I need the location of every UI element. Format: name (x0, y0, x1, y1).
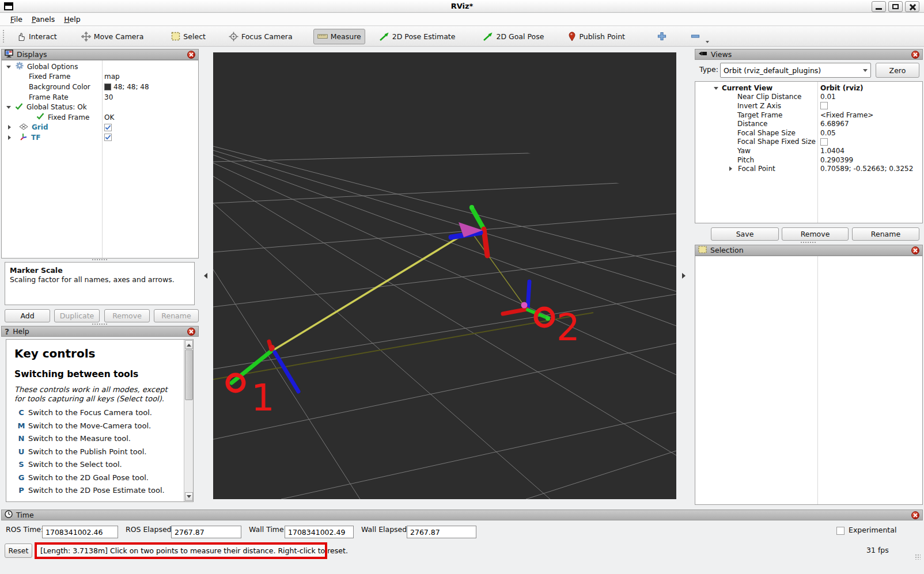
remove-display-button[interactable]: Remove (104, 309, 150, 322)
views-panel-header[interactable]: Views (695, 49, 923, 60)
experimental-label: Experimental (849, 526, 896, 534)
property-value[interactable]: 30 (104, 93, 113, 101)
tool-interact[interactable]: Interact (13, 29, 60, 44)
menu-panels[interactable]: Panels (27, 14, 59, 25)
toolbar-drag-handle[interactable] (2, 29, 5, 43)
expander-closed-icon[interactable] (8, 125, 13, 130)
property-value[interactable]: map (104, 73, 120, 81)
invert-z-checkbox[interactable] (820, 102, 828, 109)
selection-content[interactable] (695, 256, 923, 505)
views-tree[interactable]: Current View Orbit (rviz) Near Clip Dist… (695, 81, 923, 223)
expander-open-icon[interactable] (6, 106, 11, 111)
tool-focus-camera[interactable]: Focus Camera (225, 29, 296, 44)
scroll-up-button[interactable] (185, 340, 193, 349)
shortcut-row: USwitch to the Publish Point tool. (14, 447, 178, 456)
tree-row-grid[interactable]: Grid (2, 123, 198, 133)
tree-row-current-view[interactable]: Current View Orbit (rviz) (695, 83, 922, 93)
help-panel-header[interactable]: ? Help (1, 326, 199, 337)
tree-row-near-clip[interactable]: Near Clip Distance 0.01 (695, 93, 922, 102)
splitter-handle[interactable] (801, 242, 816, 243)
add-tool-button[interactable] (654, 29, 670, 44)
remove-view-button[interactable]: Remove (782, 227, 849, 241)
ros-elapsed-input[interactable] (171, 526, 241, 538)
time-panel-header[interactable]: Time (1, 510, 923, 520)
help-scrollbar[interactable] (184, 340, 193, 501)
zero-view-button[interactable]: Zero (876, 63, 919, 78)
expander-open-icon[interactable] (714, 87, 718, 92)
tree-row-frame-rate[interactable]: Frame Rate 30 (2, 92, 198, 102)
selection-close-button[interactable] (911, 246, 919, 254)
tree-row-focal-shape-size[interactable]: Focal Shape Size 0.05 (695, 128, 922, 138)
expander-closed-icon[interactable] (729, 166, 734, 171)
view-type-dropdown[interactable]: Orbit (rviz_default_plugins) (720, 63, 871, 78)
tool-measure[interactable]: Measure (313, 29, 365, 44)
scroll-down-button[interactable] (185, 492, 193, 501)
tree-row-tf[interactable]: TF (2, 132, 198, 143)
property-value[interactable]: 6.68967 (820, 120, 849, 128)
property-value[interactable]: 1.0404 (820, 147, 845, 155)
tool-2d-pose-estimate[interactable]: 2D Pose Estimate (376, 29, 459, 44)
tree-row-fixed-frame[interactable]: Fixed Frame map (2, 72, 198, 82)
tool-publish-point[interactable]: Publish Point (565, 28, 628, 44)
tf-enabled-checkbox[interactable] (104, 134, 112, 141)
tree-row-distance[interactable]: Distance 6.68967 (695, 119, 922, 128)
tree-column-divider[interactable] (817, 256, 818, 504)
wall-time-input[interactable] (285, 526, 354, 538)
property-value[interactable]: <Fixed Frame> (820, 111, 873, 119)
maximize-button[interactable] (888, 1, 903, 12)
property-value[interactable]: 0.70589; -0.52663; 0.3252 (820, 165, 913, 173)
add-display-button[interactable]: Add (5, 309, 50, 322)
collapse-left-panel-handle[interactable] (201, 273, 207, 279)
reset-time-button[interactable]: Reset (5, 543, 32, 558)
displays-close-button[interactable] (187, 51, 195, 59)
focal-shape-fixed-checkbox[interactable] (820, 138, 828, 146)
splitter-handle[interactable] (92, 259, 107, 260)
chevron-down-icon[interactable] (706, 41, 709, 45)
displays-panel-header[interactable]: Displays (1, 49, 199, 60)
tree-row-focal-shape-fixed[interactable]: Focal Shape Fixed Size (695, 138, 922, 147)
property-value[interactable]: 0.05 (820, 129, 836, 137)
tool-move-camera[interactable]: Move Camera (78, 29, 147, 44)
rename-display-button[interactable]: Rename (154, 309, 199, 322)
tree-row-global-status[interactable]: Global Status: Ok (2, 102, 198, 112)
remove-tool-button[interactable] (687, 29, 703, 44)
time-close-button[interactable] (911, 511, 919, 519)
property-value[interactable]: 0.01 (820, 93, 836, 101)
menu-help[interactable]: Help (59, 14, 85, 25)
tree-row-target-frame[interactable]: Target Frame <Fixed Frame> (695, 111, 922, 120)
resize-grip[interactable] (915, 554, 921, 560)
views-close-button[interactable] (911, 51, 919, 59)
save-view-button[interactable]: Save (711, 227, 779, 241)
tree-row-focal-point[interactable]: Focal Point 0.70589; -0.52663; 0.3252 (695, 164, 922, 173)
splitter-handle[interactable] (92, 324, 107, 325)
maximize-icon (892, 4, 899, 9)
tool-2d-goal-pose[interactable]: 2D Goal Pose (479, 29, 547, 44)
help-close-button[interactable] (187, 328, 195, 336)
tool-label: 2D Pose Estimate (392, 32, 456, 41)
3d-viewport[interactable]: 1 2 (213, 52, 676, 499)
minimize-button[interactable] (872, 1, 886, 12)
experimental-checkbox[interactable] (836, 527, 845, 535)
expander-closed-icon[interactable] (8, 135, 13, 140)
scrollbar-thumb[interactable] (185, 349, 193, 400)
tree-row-status-fixed-frame[interactable]: Fixed Frame OK (2, 112, 198, 123)
tree-row-yaw[interactable]: Yaw 1.0404 (695, 146, 922, 155)
displays-tree[interactable]: Global Options Fixed Frame map Backgroun… (1, 60, 199, 259)
tree-row-invert-z[interactable]: Invert Z Axis (695, 101, 922, 111)
ros-time-input[interactable] (42, 526, 118, 538)
tree-row-pitch[interactable]: Pitch 0.290399 (695, 155, 922, 165)
selection-panel-header[interactable]: Selection (695, 245, 923, 256)
tree-row-background-color[interactable]: Background Color 48; 48; 48 (2, 82, 198, 92)
expander-open-icon[interactable] (6, 66, 11, 71)
rename-view-button[interactable]: Rename (852, 227, 919, 241)
close-button[interactable] (905, 1, 919, 12)
property-value[interactable]: 48; 48; 48 (104, 83, 149, 91)
property-value[interactable]: 0.290399 (820, 156, 853, 164)
tree-row-global-options[interactable]: Global Options (2, 62, 198, 72)
tool-select[interactable]: Select (168, 29, 209, 44)
wall-elapsed-input[interactable] (407, 526, 476, 538)
grid-enabled-checkbox[interactable] (104, 124, 112, 131)
collapse-right-panel-handle[interactable] (682, 273, 688, 279)
duplicate-display-button[interactable]: Duplicate (54, 309, 100, 322)
menu-file[interactable]: File (6, 14, 27, 25)
